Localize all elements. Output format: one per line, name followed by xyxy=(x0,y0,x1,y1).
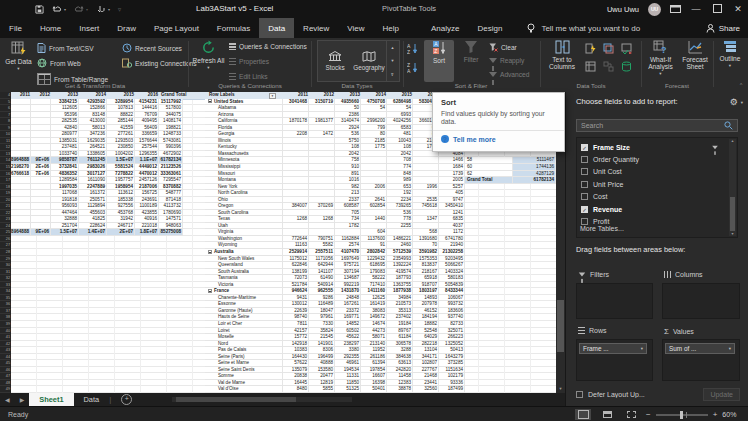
row-label-cell[interactable]: South Carolina xyxy=(205,210,283,217)
pivot-value-cell[interactable]: 1325052 xyxy=(439,341,465,348)
pivot-value-cell[interactable] xyxy=(413,210,439,217)
tab-insert[interactable]: Insert xyxy=(70,18,108,38)
pivot-value-cell[interactable]: 910 xyxy=(335,164,361,171)
normal-view-button[interactable] xyxy=(575,409,591,420)
left-pivot-cell[interactable]: 4672902 xyxy=(159,151,183,158)
defer-layout-checkbox[interactable] xyxy=(576,391,583,398)
row-label-cell[interactable]: New York xyxy=(205,184,283,191)
left-pivot-cell[interactable] xyxy=(11,131,31,138)
row-number[interactable]: 13 xyxy=(0,151,10,158)
left-pivot-cell[interactable]: 117068 xyxy=(51,190,79,197)
pivot-value-cell[interactable]: 22639 xyxy=(283,308,309,315)
left-pivot-cell[interactable]: 56409 xyxy=(135,125,159,132)
pivot-value-cell[interactable]: 8480 xyxy=(283,386,309,393)
pivot-value-cell[interactable]: 4935660 xyxy=(335,99,361,106)
left-pivot-cell[interactable]: 144416 xyxy=(135,105,159,112)
left-pivot-cell[interactable] xyxy=(11,105,31,112)
row-label-cell[interactable]: Minnesota xyxy=(205,157,283,164)
pivot-value-cell[interactable]: 2386 xyxy=(335,112,361,119)
pivot-value-cell[interactable]: 373285 xyxy=(439,360,465,367)
left-pivot-cell[interactable]: 1780690 xyxy=(159,210,183,217)
pivot-value-cell[interactable]: 3450410 xyxy=(439,203,465,210)
row-number[interactable]: 38 xyxy=(0,314,10,321)
row-label-cell[interactable]: Nord xyxy=(205,341,283,348)
row-label-cell[interactable]: Garonne (Haute) xyxy=(205,308,283,315)
pivot-value-cell[interactable]: 54 xyxy=(387,105,413,112)
pivot-value-cell[interactable]: 18882 xyxy=(413,321,439,328)
tell-me-box[interactable]: Tell me what you want to do xyxy=(527,18,640,38)
row-number[interactable]: 23 xyxy=(0,216,10,223)
field-item-revenue[interactable]: ✓Revenue xyxy=(581,203,622,215)
recent-sources-button[interactable]: Recent Sources xyxy=(122,43,182,53)
pivot-value-cell[interactable]: 419574 xyxy=(387,269,413,276)
sheet-tab-data[interactable]: Data xyxy=(74,393,110,406)
pivot-value-cell[interactable]: 97961 xyxy=(309,314,335,321)
pivot-value-cell[interactable]: 6583 xyxy=(387,125,413,132)
pivot-value-cell[interactable] xyxy=(361,190,387,197)
left-pivot-cell[interactable]: 40916 xyxy=(135,216,159,223)
pivot-value-cell[interactable]: 1803197 xyxy=(413,288,439,295)
existing-connections-button[interactable]: Existing Connections xyxy=(122,58,197,68)
pivot-value-cell[interactable]: 3380 xyxy=(335,347,361,354)
left-pivot-cell[interactable] xyxy=(31,131,51,138)
pivot-value-cell[interactable]: 370269 xyxy=(309,203,335,210)
left-pivot-cell[interactable]: 58013 xyxy=(79,125,107,132)
tab-data[interactable]: Data xyxy=(259,18,294,38)
pivot-value-cell[interactable]: 138199 xyxy=(283,269,309,276)
row-number[interactable]: 31 xyxy=(0,269,10,276)
flash-fill-icon[interactable] xyxy=(585,43,596,54)
row-number[interactable]: 9 xyxy=(0,125,10,132)
row-number[interactable]: 11 xyxy=(0,138,10,145)
pivot-value-cell[interactable]: 8306 xyxy=(309,347,335,354)
pivot-value-cell[interactable]: 38083 xyxy=(361,308,387,315)
field-checkbox[interactable]: ✓ xyxy=(581,206,588,213)
ribbon-display-options-icon[interactable] xyxy=(670,5,681,13)
row-number[interactable]: 46 xyxy=(0,367,10,374)
size-label-cell[interactable]: Grand Total xyxy=(465,177,513,184)
pivot-value-cell[interactable]: 2924 xyxy=(335,125,361,132)
pivot-value-cell[interactable]: 2005 xyxy=(439,177,465,184)
row-number[interactable]: 45 xyxy=(0,360,10,367)
pivot-value-cell[interactable]: 536 xyxy=(387,210,413,217)
pivot-value-cell[interactable]: 758 xyxy=(335,157,361,164)
row-number[interactable]: 41 xyxy=(0,334,10,341)
pivot-value-cell[interactable] xyxy=(361,151,387,158)
pivot-value-cell[interactable]: 237402 xyxy=(387,314,413,321)
row-label-cell[interactable]: Illinois xyxy=(205,138,283,145)
pivot-value-cell[interactable]: 21545 xyxy=(309,334,335,341)
left-pivot-cell[interactable] xyxy=(31,105,51,112)
pivot-value-cell[interactable] xyxy=(283,210,309,217)
pivot-value-cell[interactable]: 521784 xyxy=(283,282,309,289)
pivot-value-cell[interactable]: 790751 xyxy=(309,236,335,243)
pivot-value-cell[interactable]: 12625 xyxy=(361,295,387,302)
horizontal-scrollbar[interactable] xyxy=(172,397,352,402)
left-pivot-cell[interactable] xyxy=(11,210,31,217)
tab-file[interactable]: File xyxy=(0,18,31,38)
pivot-value-cell[interactable]: 10043 xyxy=(387,138,413,145)
pivot-value-cell[interactable]: 149672 xyxy=(361,314,387,321)
row-label-cell[interactable]: Washington xyxy=(205,236,283,243)
row-label-cell[interactable]: Moselle xyxy=(205,334,283,341)
left-pivot-cell[interactable]: 1293503 xyxy=(107,138,135,145)
pivot-value-cell[interactable]: 778 xyxy=(387,216,413,223)
row-number[interactable]: 18 xyxy=(0,184,10,191)
row-number[interactable]: 15 xyxy=(0,164,10,171)
pivot-value-cell[interactable] xyxy=(283,151,309,158)
pivot-value-cell[interactable] xyxy=(283,164,309,171)
left-pivot-cell[interactable]: 8964888 xyxy=(11,157,31,164)
left-pivot-cell[interactable] xyxy=(31,112,51,119)
pivot-value-cell[interactable]: 194534 xyxy=(335,367,361,374)
row-label-cell[interactable]: South Australia xyxy=(205,269,283,276)
pivot-value-cell[interactable]: 102179 xyxy=(439,373,465,380)
pivot-value-cell[interactable]: 1241 xyxy=(439,210,465,217)
pivot-value-cell[interactable]: 19184 xyxy=(387,321,413,328)
field-item-unit-price[interactable]: Unit Price xyxy=(581,178,623,190)
pivot-value-cell[interactable]: 80 xyxy=(361,131,387,138)
pivot-value-cell[interactable] xyxy=(309,105,335,112)
left-pivot-cell[interactable]: 1958954 xyxy=(107,184,135,191)
more-tables-link[interactable]: More Tables... xyxy=(580,225,624,232)
pivot-value-cell[interactable] xyxy=(309,138,335,145)
columns-area[interactable] xyxy=(662,283,740,319)
left-pivot-cell[interactable]: 447464 xyxy=(51,210,79,217)
left-pivot-cell[interactable]: 9E+06 xyxy=(31,157,51,164)
